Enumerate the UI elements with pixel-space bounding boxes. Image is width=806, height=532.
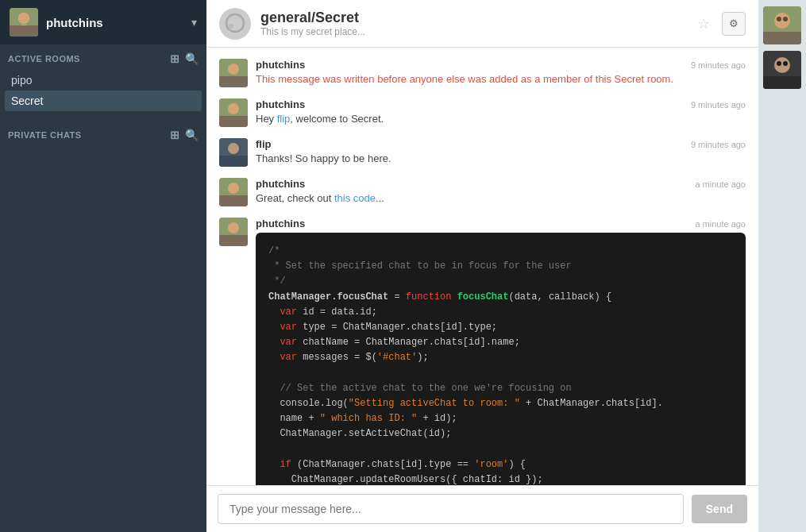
chat-header: general/Secret This is my secret place..… [206, 0, 758, 48]
code-block: /* * Set the specified chat to be in foc… [256, 233, 746, 485]
svg-rect-12 [219, 116, 248, 127]
svg-rect-15 [219, 156, 248, 167]
svg-point-14 [228, 143, 239, 154]
message-content: phutchins a minute ago /* * Set the spec… [256, 218, 746, 485]
message-content: flip 9 minutes ago Thanks! So happy to b… [256, 138, 746, 166]
user-avatar [10, 8, 38, 37]
message-text: This message was written before anyone e… [256, 72, 746, 87]
message-time: a minute ago [695, 219, 746, 229]
send-button[interactable]: Send [692, 495, 747, 523]
chat-title: general/Secret This is my secret place..… [260, 10, 692, 37]
sender-avatar [219, 59, 248, 87]
user-dropdown-icon[interactable]: ▾ [191, 16, 197, 29]
online-user-thumb-2[interactable] [763, 51, 801, 89]
message-meta: phutchins 9 minutes ago [256, 59, 746, 71]
message-text: Hey flip, welcome to Secret. [256, 112, 746, 126]
svg-point-5 [226, 14, 244, 32]
main-chat: general/Secret This is my secret place..… [206, 0, 758, 532]
message-sender: phutchins [256, 98, 305, 110]
svg-point-28 [774, 57, 790, 73]
message-meta: phutchins a minute ago [256, 218, 746, 229]
room-item-pipo[interactable]: pipo [0, 70, 206, 91]
right-sidebar [758, 0, 806, 532]
message-time: a minute ago [695, 179, 746, 189]
online-user-thumb-1[interactable] [763, 6, 801, 44]
message-text: Thanks! So happy to be here. [256, 152, 746, 166]
message-time: 9 minutes ago [691, 60, 746, 70]
svg-rect-9 [219, 76, 248, 87]
sender-avatar [219, 138, 248, 167]
channel-icon [219, 8, 251, 40]
private-chats-section: PRIVATE CHATS ⊞ 🔍 [0, 121, 206, 146]
svg-point-23 [774, 13, 790, 29]
svg-point-11 [228, 103, 239, 114]
star-button[interactable]: ☆ [692, 12, 715, 36]
message-text: Great, check out this code... [256, 191, 746, 206]
message-row: phutchins a minute ago /* * Set the spec… [219, 218, 746, 485]
sidebar: phutchins ▾ ACTIVE ROOMS ⊞ 🔍 pipo Secret… [0, 0, 206, 532]
channel-description: This is my secret place... [260, 26, 692, 37]
svg-point-17 [228, 183, 239, 194]
svg-point-25 [777, 17, 781, 21]
username-label: phutchins [46, 16, 183, 29]
message-sender: phutchins [256, 178, 305, 190]
search-chats-icon[interactable]: 🔍 [185, 129, 199, 141]
add-room-icon[interactable]: ⊞ [170, 52, 180, 65]
svg-point-8 [228, 64, 239, 75]
message-input[interactable] [218, 494, 684, 524]
sender-avatar [219, 178, 248, 206]
room-item-secret[interactable]: Secret [5, 91, 202, 111]
message-time: 9 minutes ago [691, 140, 746, 149]
messages-area[interactable]: phutchins 9 minutes ago This message was… [206, 48, 758, 485]
message-sender: phutchins [256, 218, 305, 229]
active-rooms-section: ACTIVE ROOMS ⊞ 🔍 [0, 44, 206, 70]
add-chat-icon[interactable]: ⊞ [170, 129, 180, 141]
private-chats-label: PRIVATE CHATS [8, 130, 165, 140]
message-sender: phutchins [256, 59, 305, 71]
header-actions: ☆ ⚙ [692, 12, 746, 36]
message-content: phutchins a minute ago Great, check out … [256, 178, 746, 206]
svg-point-26 [783, 17, 788, 21]
message-sender: flip [256, 138, 272, 150]
svg-rect-18 [219, 195, 248, 206]
settings-button[interactable]: ⚙ [722, 12, 746, 36]
message-time: 9 minutes ago [691, 100, 746, 110]
search-rooms-icon[interactable]: 🔍 [185, 52, 199, 65]
message-meta: phutchins 9 minutes ago [256, 98, 746, 110]
message-row: phutchins a minute ago Great, check out … [219, 178, 746, 206]
message-content: phutchins 9 minutes ago Hey flip, welcom… [256, 98, 746, 126]
svg-point-20 [228, 222, 239, 233]
code-link[interactable]: this code [334, 192, 376, 204]
mention-link[interactable]: flip [277, 113, 291, 125]
sender-avatar [219, 218, 248, 246]
channel-name: general/Secret [260, 10, 692, 26]
message-meta: flip 9 minutes ago [256, 138, 746, 150]
svg-rect-29 [763, 76, 801, 89]
sender-avatar [219, 98, 248, 127]
user-header: phutchins ▾ [0, 0, 206, 44]
svg-point-30 [777, 61, 781, 66]
message-content: phutchins 9 minutes ago This message was… [256, 59, 746, 87]
message-row: phutchins 9 minutes ago This message was… [219, 59, 746, 87]
active-rooms-label: ACTIVE ROOMS [8, 54, 165, 64]
svg-point-3 [18, 13, 29, 24]
message-meta: phutchins a minute ago [256, 178, 746, 190]
message-row: flip 9 minutes ago Thanks! So happy to b… [219, 138, 746, 167]
input-area: Send [206, 485, 758, 532]
svg-rect-24 [763, 32, 801, 44]
svg-point-31 [783, 61, 788, 66]
svg-rect-21 [219, 235, 248, 246]
message-row: phutchins 9 minutes ago Hey flip, welcom… [219, 98, 746, 127]
svg-rect-4 [10, 25, 38, 37]
